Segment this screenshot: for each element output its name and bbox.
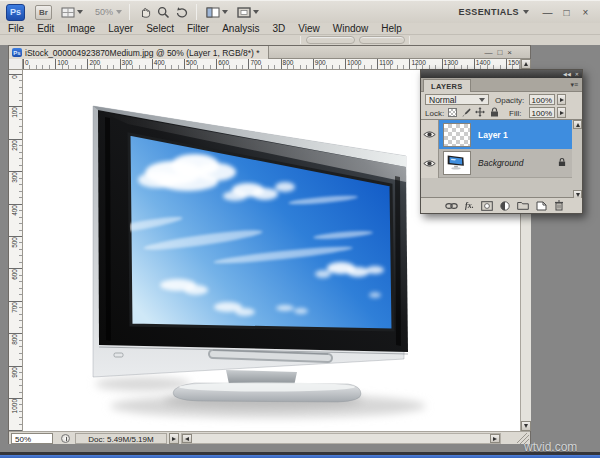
- new-group-button[interactable]: [517, 200, 529, 211]
- vruler-label: 300: [11, 172, 18, 183]
- toolbar-separator: [129, 4, 130, 20]
- layer-locked-indicator: [558, 157, 566, 169]
- arrow-left-icon: [185, 437, 189, 441]
- photoshop-logo-icon[interactable]: Ps: [6, 4, 25, 21]
- menu-help[interactable]: Help: [381, 23, 402, 34]
- opacity-field[interactable]: 100%: [529, 94, 555, 105]
- align-buttons-group[interactable]: [306, 36, 355, 44]
- tool-options-bar: [0, 35, 600, 45]
- layer-row-background[interactable]: Background: [421, 149, 572, 178]
- blend-mode-dropdown[interactable]: Normal: [425, 94, 489, 105]
- menu-file[interactable]: File: [8, 23, 24, 34]
- lock-transparency-button[interactable]: [447, 107, 457, 117]
- scroll-right-button[interactable]: [490, 434, 500, 443]
- layer-style-button[interactable]: fx.: [465, 200, 474, 211]
- app-close-button[interactable]: ×: [579, 7, 592, 18]
- zoom-level-dropdown[interactable]: 50%: [95, 7, 122, 17]
- menu-select[interactable]: Select: [146, 23, 174, 34]
- vruler-label: 100: [11, 107, 18, 118]
- doc-close-button[interactable]: ×: [507, 48, 512, 57]
- status-zoom-field[interactable]: 50%: [11, 433, 53, 444]
- layer-thumbnail[interactable]: [444, 152, 470, 174]
- fill-label: Fill:: [509, 109, 521, 118]
- layer-list-scrollbar[interactable]: [572, 120, 582, 199]
- menu-view[interactable]: View: [298, 23, 320, 34]
- panel-close-button[interactable]: ✕: [575, 72, 579, 77]
- hruler-label: 1300: [444, 59, 458, 66]
- vruler-label: 900: [11, 367, 18, 378]
- status-flyout-button[interactable]: [169, 433, 179, 444]
- arrow-right-icon: [560, 111, 564, 115]
- arrow-right-icon: [493, 437, 497, 441]
- collapse-to-icons-button[interactable]: ◀◀: [563, 72, 571, 77]
- adjustment-layer-button[interactable]: [500, 200, 510, 211]
- menu-edit[interactable]: Edit: [37, 23, 54, 34]
- menu-filter[interactable]: Filter: [187, 23, 209, 34]
- fx-icon: fx.: [465, 201, 474, 210]
- scroll-up-button[interactable]: [573, 120, 582, 129]
- fill-spinner-button[interactable]: [557, 107, 566, 118]
- lock-all-button[interactable]: [489, 107, 499, 117]
- horizontal-scrollbar[interactable]: [181, 433, 501, 444]
- hand-tool-button[interactable]: [139, 3, 152, 21]
- distribute-buttons-group[interactable]: [359, 36, 405, 44]
- menu-3d[interactable]: 3D: [272, 23, 285, 34]
- scroll-down-button[interactable]: [521, 421, 531, 431]
- layer-row-layer-1[interactable]: Layer 1: [421, 120, 572, 149]
- lock-pixels-button[interactable]: [461, 107, 471, 117]
- opacity-spinner-button[interactable]: [557, 94, 566, 105]
- app-maximize-button[interactable]: □: [560, 7, 573, 18]
- chevron-down-icon: [222, 10, 228, 14]
- application-bar: Ps Br 50% ESSENTIALS: [0, 1, 600, 23]
- layer-name[interactable]: Layer 1: [478, 130, 508, 140]
- fill-field[interactable]: 100%: [529, 107, 555, 118]
- arrow-right-icon: [560, 98, 564, 102]
- scroll-left-button[interactable]: [182, 434, 192, 443]
- add-layer-mask-button[interactable]: [481, 200, 493, 211]
- arrow-down-icon: [524, 424, 528, 428]
- menu-window[interactable]: Window: [333, 23, 369, 34]
- menu-image[interactable]: Image: [67, 23, 95, 34]
- layer-name[interactable]: Background: [478, 158, 523, 168]
- rotate-view-tool-button[interactable]: [175, 3, 189, 21]
- panel-header-bar: ◀◀ ✕: [421, 70, 582, 78]
- layers-controls: Normal Opacity: 100% Lock: Fill: 100%: [421, 92, 582, 119]
- menu-layer[interactable]: Layer: [108, 23, 133, 34]
- scroll-up-button[interactable]: [521, 59, 531, 69]
- layer-visibility-toggle[interactable]: [421, 149, 439, 178]
- layer-visibility-toggle[interactable]: [421, 120, 439, 149]
- new-layer-button[interactable]: [536, 200, 547, 211]
- doc-maximize-button[interactable]: □: [497, 48, 502, 57]
- arrow-up-icon: [576, 123, 580, 127]
- panel-tab-row: LAYERS ▾≡: [421, 78, 582, 92]
- doc-minimize-button[interactable]: —: [484, 48, 492, 57]
- ruler-corner-box: [9, 59, 23, 70]
- bridge-launch-button[interactable]: Br: [35, 5, 52, 20]
- zoom-tool-button[interactable]: [157, 3, 170, 21]
- workspace-switcher[interactable]: ESSENTIALS: [452, 5, 535, 19]
- layer-thumbnail[interactable]: [444, 124, 470, 146]
- panel-menu-icon[interactable]: ▾≡: [570, 81, 578, 89]
- document-tab[interactable]: Ps iStock_000004923870Medium.jpg @ 50% (…: [9, 46, 269, 59]
- layer-list: BackgroundLayer 1: [421, 119, 582, 198]
- screen-mode-button[interactable]: [237, 3, 259, 21]
- layers-panel-tab[interactable]: LAYERS: [423, 79, 471, 92]
- document-status-icon: [61, 434, 70, 443]
- arrange-documents-button[interactable]: [206, 3, 228, 21]
- vertical-ruler: 010020030040050060070080090010001100: [9, 70, 23, 431]
- chevron-down-icon: [116, 10, 122, 14]
- app-minimize-button[interactable]: —: [541, 7, 554, 18]
- menu-analysis[interactable]: Analysis: [222, 23, 259, 34]
- vruler-label: 500: [11, 237, 18, 248]
- hruler-label: 700: [250, 59, 261, 66]
- document-tab-bar: Ps iStock_000004923870Medium.jpg @ 50% (…: [9, 46, 530, 59]
- hruler-label: 1200: [411, 59, 425, 66]
- link-layers-button[interactable]: [445, 200, 458, 211]
- transparency-checker-icon: [448, 108, 457, 117]
- view-extras-button[interactable]: [61, 3, 83, 21]
- tv-thumbnail-image: [444, 152, 468, 172]
- lock-position-button[interactable]: [475, 107, 485, 117]
- trash-icon: [554, 200, 564, 211]
- delete-layer-button[interactable]: [554, 200, 564, 211]
- hruler-label: 1500: [508, 59, 520, 66]
